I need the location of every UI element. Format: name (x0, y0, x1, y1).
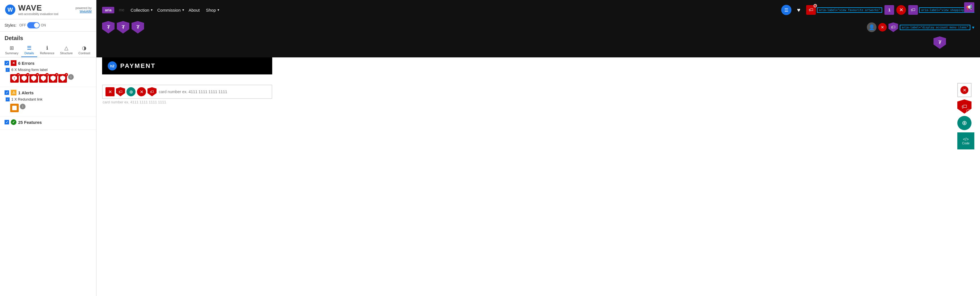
h2-circle-badge: h2 (108, 61, 117, 70)
nav-list-icon[interactable]: ☰ (781, 5, 791, 15)
shield-icon-2[interactable]: ₮ (117, 21, 129, 34)
tab-details[interactable]: ☰ Details (21, 44, 37, 57)
webaim-link[interactable]: WebAIM (80, 10, 92, 13)
svg-text:!: ! (14, 77, 15, 80)
payment-form: ✕ 🏷 ✕ ⊕ ✕ 🏷 ✕ (96, 80, 980, 109)
errors-sub-checkbox[interactable] (6, 68, 10, 72)
errors-checkbox[interactable] (5, 61, 9, 66)
tab-structure-label: Structure (60, 51, 73, 55)
nav-commission-wrapper: Commission ▾ (155, 8, 184, 13)
favourite-error-icon[interactable]: 🏷 ✕ (806, 5, 816, 15)
errors-info-icon[interactable]: i (68, 74, 74, 80)
error-icon-6[interactable]: ✕ (59, 74, 67, 83)
shield-icon-bottom[interactable]: ₮ (934, 36, 946, 49)
error-x-6: ✕ (65, 73, 68, 77)
card-icon-4[interactable]: ✕ (137, 87, 146, 96)
card-icon-3[interactable]: ⊕ (126, 87, 135, 96)
nav-link-shop[interactable]: Shop (204, 8, 218, 13)
toggle-track[interactable] (27, 22, 40, 29)
tab-reference[interactable]: ℹ Reference (37, 44, 57, 57)
nav-link-me[interactable]: me (117, 8, 126, 12)
nav-icons-group: ☰ ♥ 🏷 ✕ aria-label="view favourite artwo… (781, 5, 974, 15)
shopping-bag-icon[interactable]: 🏷 (908, 5, 918, 15)
badge-1-group: 1 (885, 5, 894, 15)
nav-third-row: ₮ (96, 36, 980, 52)
megaphone-icon[interactable]: 📢 (964, 2, 974, 13)
features-section: ✓ 25 Features (0, 117, 96, 130)
right-tag-x: ✕ (966, 109, 970, 113)
x-circle-icon[interactable]: ✕ (896, 5, 906, 15)
card-icon-2[interactable]: 🏷 ✕ (116, 87, 125, 96)
error-x-1: ✕ (16, 73, 20, 77)
features-badge: ✓ (11, 119, 16, 125)
alerts-sub-checkbox[interactable] (6, 98, 10, 101)
alerts-icons-row: i (5, 102, 92, 114)
account-dropdown-arrow[interactable]: ▾ (972, 25, 974, 30)
reference-icon: ℹ (46, 45, 48, 51)
tab-contrast[interactable]: ◑ Contrast (75, 44, 93, 57)
structure-icon: △ (64, 45, 68, 51)
shield-icon-3[interactable]: ₮ (132, 21, 144, 34)
account-person-icon[interactable]: 👤 (867, 22, 877, 32)
alerts-sub-label: 1 X Redundant link (11, 97, 43, 101)
card-icon-5-x: ✕ (154, 94, 158, 98)
alerts-title: ⚠ 1 Alerts (5, 90, 92, 96)
card-icon-1[interactable]: ✕ (105, 87, 115, 96)
error-icon-2[interactable]: ✕ (20, 74, 29, 83)
features-checkbox[interactable] (5, 120, 9, 125)
errors-badge: ✕ (11, 60, 16, 66)
favourite-aria-label: aria-label="view favourite artworks" (817, 7, 883, 13)
nav-heart-icon[interactable]: ♥ (794, 5, 804, 15)
summary-icon: ⊞ (10, 45, 14, 51)
nav-link-collection[interactable]: Collection (129, 8, 151, 13)
details-icon: ☰ (27, 45, 32, 51)
right-tag-icon[interactable]: 🏷 ✕ (957, 99, 972, 114)
tab-summary-label: Summary (5, 51, 18, 55)
card-number-input[interactable] (159, 90, 269, 94)
error-icon-5[interactable]: ✕ (49, 74, 57, 83)
errors-sub-label: 6 X Missing form label (11, 67, 48, 72)
right-box-icon[interactable]: ✕ (957, 83, 972, 97)
alerts-checkbox[interactable] (5, 90, 9, 95)
shield-icon-1[interactable]: ₮ (102, 21, 115, 34)
error-icon-4[interactable]: ✕ (39, 74, 48, 83)
nav-shop-wrapper: Shop ▾ (204, 8, 219, 13)
right-x-icon: ✕ (961, 86, 968, 94)
sidebar: W WAVE web accessibility evaluation tool… (0, 0, 96, 296)
code-label: Code (962, 141, 969, 145)
card-inline-icons: ✕ 🏷 ✕ ⊕ ✕ 🏷 ✕ (105, 87, 156, 96)
error-icon-1[interactable]: ! ✕ (10, 74, 19, 83)
errors-title: ✕ 6 Errors (5, 60, 92, 66)
errors-label: 6 Errors (18, 61, 35, 66)
error-icon-3[interactable]: ✕ (30, 74, 38, 83)
card-icon-5[interactable]: 🏷 ✕ (148, 87, 156, 96)
payment-title: PAYMENT (120, 62, 156, 70)
styles-label: Styles: (5, 23, 16, 27)
tab-reference-label: Reference (40, 51, 54, 55)
favourite-x-badge: ✕ (813, 4, 817, 7)
aria-badge: aria (102, 7, 114, 13)
tab-summary[interactable]: ⊞ Summary (2, 44, 21, 57)
badge-1-icon[interactable]: 1 (885, 5, 894, 15)
alerts-info-icon[interactable]: i (20, 104, 25, 109)
code-angle-brackets: </> (963, 137, 969, 141)
alerts-section: ⚠ 1 Alerts 1 X Redundant link i (0, 87, 96, 117)
shield-icons-row: ₮ ₮ ₮ (102, 21, 144, 34)
svg-text:W: W (8, 6, 13, 13)
toggle-off-label: OFF (19, 23, 26, 27)
nav-link-about[interactable]: About (187, 8, 201, 13)
tab-structure[interactable]: △ Structure (57, 44, 76, 57)
right-code-icon[interactable]: </> Code (957, 132, 974, 149)
styles-toggle[interactable]: OFF ON (19, 22, 46, 29)
account-shield-icon[interactable]: 🏷 (888, 22, 898, 32)
tab-contrast-label: Contrast (78, 51, 90, 55)
main-content: aria me Collection ▾ Commission ▾ About … (96, 0, 980, 296)
nav-bar: aria me Collection ▾ Commission ▾ About … (96, 0, 980, 20)
errors-icons-row: ! ✕ ✕ ✕ ✕ ✕ ✕ i (5, 73, 92, 84)
alert-icon-1[interactable] (10, 104, 19, 112)
right-teal-icon[interactable]: ⊕ (957, 116, 972, 130)
nav-link-commission[interactable]: Commission (155, 8, 182, 13)
svg-rect-3 (12, 106, 17, 110)
account-x-icon[interactable]: ✕ (878, 23, 887, 32)
account-area: 👤 ✕ 🏷 aria-label="display account menu i… (867, 22, 974, 32)
